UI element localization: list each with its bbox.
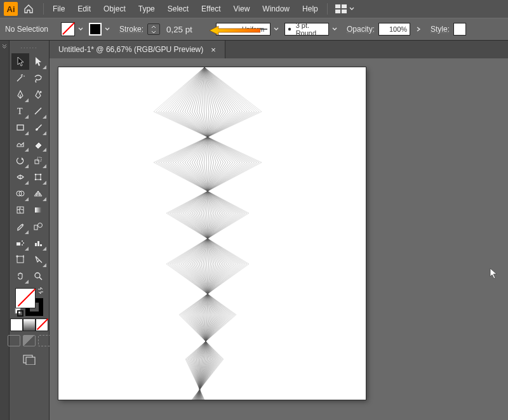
workspace-switcher[interactable] (335, 4, 354, 13)
svg-point-18 (35, 179, 37, 181)
type-tool[interactable]: T (11, 103, 29, 119)
opacity-flyout-icon[interactable] (414, 23, 423, 36)
chevron-down-icon[interactable] (330, 23, 339, 36)
svg-rect-15 (36, 174, 41, 180)
selection-tool[interactable] (11, 53, 29, 70)
draw-behind-icon[interactable] (23, 335, 36, 346)
opacity-label[interactable]: Opacity: (347, 25, 375, 34)
stroke-label[interactable]: Stroke: (119, 25, 144, 34)
stroke-weight-stepper[interactable] (147, 23, 160, 35)
draw-normal-icon[interactable] (8, 335, 20, 346)
menu-window[interactable]: Window (256, 1, 296, 17)
control-bar: No Selection Stroke: Uniform 3 pt. Round… (0, 18, 508, 41)
panel-collapse-gutter[interactable] (0, 41, 10, 420)
direct-selection-tool[interactable] (29, 53, 47, 70)
magic-wand-tool[interactable] (11, 70, 29, 86)
canvas[interactable] (50, 58, 508, 420)
chevron-down-icon (349, 7, 354, 11)
menu-type[interactable]: Type (132, 1, 161, 17)
stepper-up-icon[interactable] (148, 24, 159, 29)
pen-tool[interactable] (11, 86, 29, 103)
curvature-tool[interactable] (29, 86, 47, 103)
color-mode-gradient[interactable] (23, 318, 36, 331)
svg-point-19 (40, 179, 42, 181)
opacity-value[interactable]: 100% (378, 23, 410, 36)
zoom-tool[interactable] (29, 268, 47, 284)
column-graph-tool[interactable] (29, 235, 47, 251)
rectangle-tool[interactable] (11, 119, 29, 136)
document-area: Untitled-1* @ 66,67% (RGB/GPU Preview) × (50, 41, 508, 420)
gradient-tool[interactable] (29, 202, 47, 218)
artboard-tool[interactable] (11, 251, 29, 268)
svg-point-27 (22, 240, 23, 242)
color-mode-none[interactable] (36, 318, 48, 331)
shape-builder-tool[interactable] (11, 185, 29, 202)
svg-rect-33 (17, 256, 23, 263)
fill-stroke-control[interactable] (15, 288, 43, 316)
stroke-swatch[interactable] (89, 23, 112, 36)
tools-drag-handle[interactable]: ······ (20, 44, 37, 51)
menu-object[interactable]: Object (97, 1, 132, 17)
eyedropper-tool[interactable] (11, 218, 29, 235)
scale-tool[interactable] (29, 152, 47, 169)
free-transform-tool[interactable] (29, 169, 47, 185)
width-tool[interactable] (11, 169, 29, 185)
color-mode-row (10, 318, 48, 331)
blend-tool[interactable] (29, 218, 47, 235)
stroke-weight-input[interactable] (164, 23, 207, 35)
chevron-down-icon[interactable] (272, 23, 281, 36)
svg-rect-23 (35, 207, 41, 213)
chevron-down-icon[interactable] (76, 23, 85, 36)
menu-select[interactable]: Select (161, 1, 195, 17)
menu-file[interactable]: File (46, 1, 71, 17)
svg-point-16 (35, 174, 37, 176)
menu-view[interactable]: View (227, 1, 257, 17)
svg-rect-13 (37, 157, 41, 161)
swap-fill-stroke-icon[interactable] (37, 287, 44, 294)
screen-mode-button[interactable] (21, 353, 37, 367)
chevron-down-icon[interactable] (103, 23, 112, 36)
svg-rect-0 (335, 4, 340, 8)
svg-rect-42 (26, 357, 35, 365)
variable-width-profile[interactable]: Uniform (216, 23, 281, 36)
menu-effect[interactable]: Effect (195, 1, 227, 17)
document-tab[interactable]: Untitled-1* @ 66,67% (RGB/GPU Preview) × (50, 41, 225, 58)
mesh-tool[interactable] (11, 202, 29, 218)
lasso-tool[interactable] (29, 70, 47, 86)
rotate-tool[interactable] (11, 152, 29, 169)
app-logo: Ai (4, 2, 18, 16)
svg-line-10 (35, 108, 41, 114)
line-segment-tool[interactable] (29, 103, 47, 119)
svg-rect-31 (37, 241, 39, 246)
brush-definition[interactable]: 3 pt. Round (284, 23, 339, 36)
perspective-grid-tool[interactable] (29, 185, 47, 202)
close-icon[interactable]: × (211, 45, 216, 55)
fill-swatch[interactable] (61, 22, 85, 36)
eraser-tool[interactable] (29, 136, 47, 152)
default-fill-stroke-icon[interactable] (15, 308, 23, 317)
color-mode-solid[interactable] (10, 318, 23, 331)
shaper-tool[interactable] (11, 136, 29, 152)
brush-preview: 3 pt. Round (284, 23, 329, 36)
tools-panel: ······ T (10, 41, 50, 420)
menu-bar: Ai File Edit Object Type Select Effect V… (0, 0, 508, 18)
svg-point-8 (40, 91, 42, 93)
slice-tool[interactable] (29, 251, 47, 268)
svg-rect-2 (335, 10, 340, 13)
fill-color-box[interactable] (15, 288, 36, 308)
svg-line-38 (39, 277, 42, 280)
svg-point-6 (288, 28, 291, 30)
separator (327, 3, 328, 15)
document-tabs: Untitled-1* @ 66,67% (RGB/GPU Preview) × (50, 41, 508, 58)
menu-help[interactable]: Help (296, 1, 324, 17)
menu-edit[interactable]: Edit (71, 1, 97, 17)
graphic-style-swatch[interactable] (453, 23, 466, 36)
hand-tool[interactable] (11, 268, 29, 284)
stepper-down-icon[interactable] (148, 29, 159, 34)
home-icon[interactable] (23, 3, 34, 15)
paintbrush-tool[interactable] (29, 119, 47, 136)
draw-inside-icon[interactable] (38, 335, 51, 346)
style-label[interactable]: Style: (431, 25, 450, 34)
drawing-mode-row (8, 335, 51, 346)
symbol-sprayer-tool[interactable] (11, 235, 29, 251)
